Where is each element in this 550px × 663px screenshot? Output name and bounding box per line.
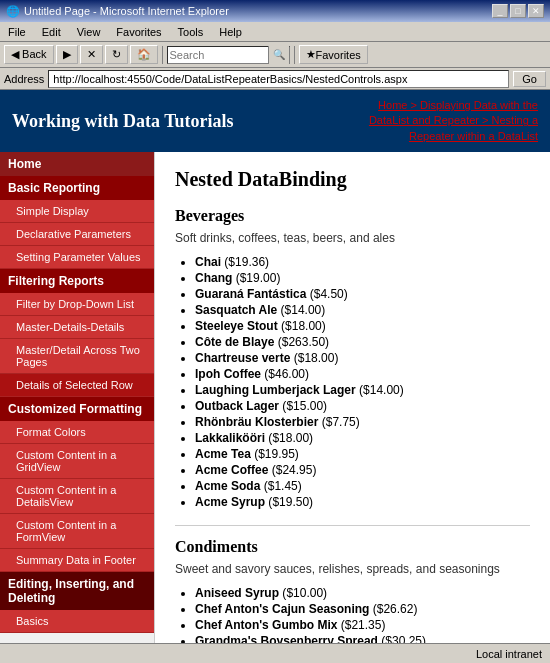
menu-help[interactable]: Help [211, 24, 250, 40]
sidebar-item-filter-dropdown[interactable]: Filter by Drop-Down List [0, 293, 154, 316]
close-button[interactable]: ✕ [528, 4, 544, 18]
list-item: Acme Coffee ($24.95) [195, 463, 530, 477]
title-bar-controls: _ □ ✕ [492, 4, 544, 18]
sidebar-item-setting-parameter-values[interactable]: Setting Parameter Values [0, 246, 154, 269]
list-item: Chartreuse verte ($18.00) [195, 351, 530, 365]
sidebar-section-filtering-reports[interactable]: Filtering Reports [0, 269, 154, 293]
menu-bar: File Edit View Favorites Tools Help [0, 22, 550, 42]
status-text: Local intranet [476, 648, 542, 660]
list-item: Acme Soda ($1.45) [195, 479, 530, 493]
sidebar-item-details-selected-row[interactable]: Details of Selected Row [0, 374, 154, 397]
refresh-button[interactable]: ↻ [105, 45, 128, 64]
search-button[interactable]: 🔍 [268, 46, 289, 64]
status-bar: Local intranet [0, 643, 550, 663]
divider-1 [175, 525, 530, 526]
category-desc-condiments: Sweet and savory sauces, relishes, sprea… [175, 562, 530, 576]
breadcrumb: Home > Displaying Data with the DataList… [338, 98, 538, 144]
menu-favorites[interactable]: Favorites [108, 24, 169, 40]
sidebar-section-basic-reporting[interactable]: Basic Reporting [0, 176, 154, 200]
list-item: Acme Syrup ($19.50) [195, 495, 530, 509]
menu-view[interactable]: View [69, 24, 109, 40]
maximize-button[interactable]: □ [510, 4, 526, 18]
sidebar-item-declarative-parameters[interactable]: Declarative Parameters [0, 223, 154, 246]
back-button[interactable]: ◀ Back [4, 45, 54, 64]
sidebar-section-editing[interactable]: Editing, Inserting, and Deleting [0, 572, 154, 610]
category-name-beverages: Beverages [175, 207, 530, 225]
sidebar-item-summary-footer[interactable]: Summary Data in Footer [0, 549, 154, 572]
title-bar-left: 🌐 Untitled Page - Microsoft Internet Exp… [6, 5, 229, 18]
sidebar-item-custom-detailsview[interactable]: Custom Content in a DetailsView [0, 479, 154, 514]
product-list-beverages: Chai ($19.36) Chang ($19.00) Guaraná Fan… [175, 255, 530, 509]
list-item: Steeleye Stout ($18.00) [195, 319, 530, 333]
product-list-condiments: Aniseed Syrup ($10.00) Chef Anton's Caju… [175, 586, 530, 643]
go-button[interactable]: Go [513, 71, 546, 87]
address-label: Address [4, 73, 44, 85]
stop-button[interactable]: ✕ [80, 45, 103, 64]
category-name-condiments: Condiments [175, 538, 530, 556]
content-area: Home Basic Reporting Simple Display Decl… [0, 152, 550, 643]
home-button[interactable]: 🏠 [130, 45, 158, 64]
menu-file[interactable]: File [0, 24, 34, 40]
sidebar-item-basics[interactable]: Basics [0, 610, 154, 633]
search-box: 🔍 [167, 46, 290, 64]
list-item: Rhönbräu Klosterbier ($7.75) [195, 415, 530, 429]
list-item: Acme Tea ($19.95) [195, 447, 530, 461]
browser-icon: 🌐 [6, 5, 20, 18]
separator-1 [162, 46, 163, 64]
list-item: Chef Anton's Gumbo Mix ($21.35) [195, 618, 530, 632]
window-title: Untitled Page - Microsoft Internet Explo… [24, 5, 229, 17]
list-item: Côte de Blaye ($263.50) [195, 335, 530, 349]
list-item: Sasquatch Ale ($14.00) [195, 303, 530, 317]
list-item: Chef Anton's Cajun Seasoning ($26.62) [195, 602, 530, 616]
favorites-button[interactable]: ★ Favorites [299, 45, 368, 64]
list-item: Laughing Lumberjack Lager ($14.00) [195, 383, 530, 397]
sidebar-item-master-detail-across[interactable]: Master/Detail Across Two Pages [0, 339, 154, 374]
list-item: Ipoh Coffee ($46.00) [195, 367, 530, 381]
category-desc-beverages: Soft drinks, coffees, teas, beers, and a… [175, 231, 530, 245]
title-bar: 🌐 Untitled Page - Microsoft Internet Exp… [0, 0, 550, 22]
minimize-button[interactable]: _ [492, 4, 508, 18]
sidebar-item-format-colors[interactable]: Format Colors [0, 421, 154, 444]
page-wrapper: Working with Data Tutorials Home > Displ… [0, 90, 550, 643]
list-item: Aniseed Syrup ($10.00) [195, 586, 530, 600]
main-content: Nested DataBinding Beverages Soft drinks… [155, 152, 550, 643]
sidebar-item-simple-display[interactable]: Simple Display [0, 200, 154, 223]
main-heading: Nested DataBinding [175, 168, 530, 191]
page-title: Working with Data Tutorials [12, 111, 234, 132]
sidebar-section-customized-formatting[interactable]: Customized Formatting [0, 397, 154, 421]
list-item: Guaraná Fantástica ($4.50) [195, 287, 530, 301]
menu-edit[interactable]: Edit [34, 24, 69, 40]
address-input[interactable] [48, 70, 509, 88]
menu-tools[interactable]: Tools [170, 24, 212, 40]
list-item: Lakkalikööri ($18.00) [195, 431, 530, 445]
sidebar-home-item[interactable]: Home [0, 152, 154, 176]
list-item: Grandma's Boysenberry Spread ($30.25) [195, 634, 530, 643]
separator-2 [294, 46, 295, 64]
sidebar-item-custom-gridview[interactable]: Custom Content in a GridView [0, 444, 154, 479]
search-input[interactable] [168, 47, 268, 63]
page-header: Working with Data Tutorials Home > Displ… [0, 90, 550, 152]
sidebar-item-custom-formview[interactable]: Custom Content in a FormView [0, 514, 154, 549]
forward-button[interactable]: ▶ [56, 45, 78, 64]
sidebar: Home Basic Reporting Simple Display Decl… [0, 152, 155, 643]
list-item: Chai ($19.36) [195, 255, 530, 269]
sidebar-item-master-details[interactable]: Master-Details-Details [0, 316, 154, 339]
list-item: Chang ($19.00) [195, 271, 530, 285]
toolbar: ◀ Back ▶ ✕ ↻ 🏠 🔍 ★ Favorites [0, 42, 550, 68]
breadcrumb-text: Home > Displaying Data with the DataList… [369, 99, 538, 142]
address-bar: Address Go [0, 68, 550, 90]
list-item: Outback Lager ($15.00) [195, 399, 530, 413]
